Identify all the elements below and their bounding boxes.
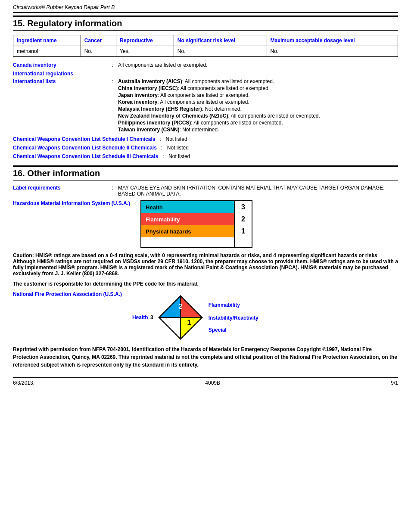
- intl-lists-colon: :: [112, 78, 118, 134]
- intl-list-item-2: Japan inventory: All components are list…: [118, 92, 398, 98]
- chem-weapons-2-value: Not listed: [167, 145, 398, 151]
- nfpa-label: National Fire Protection Association (U.…: [13, 291, 126, 297]
- col-header-cancer: Cancer: [81, 35, 116, 46]
- svg-text:1: 1: [187, 319, 191, 326]
- hmis-health-value: 3: [234, 201, 252, 213]
- canada-inventory-colon: :: [112, 62, 118, 68]
- footer-code: 4009B: [205, 380, 220, 386]
- nfpa-row: National Fire Protection Association (U.…: [13, 291, 398, 341]
- hmis-physical-label: Physical hazards: [141, 225, 234, 237]
- intl-lists-row: International lists : Australia inventor…: [13, 78, 398, 134]
- col-header-reproductive: Reproductive: [116, 35, 174, 46]
- chem-weapons-1-colon: :: [160, 136, 166, 142]
- intl-list-item-4: Malaysia Inventory (EHS Register): Not d…: [118, 106, 398, 112]
- canada-inventory-label: Canada inventory: [13, 62, 112, 68]
- intl-list-item-6: Philippines inventory (PICCS): All compo…: [118, 120, 398, 126]
- intl-lists-value: Australia inventory (AICS): All componen…: [118, 78, 398, 134]
- col-header-ingredient: Ingredient name: [13, 35, 81, 46]
- intl-list-item-3: Korea inventory: All components are list…: [118, 99, 398, 105]
- hmis-value: Health 3 Flammability 2 Physical hazards…: [140, 200, 398, 248]
- chem-weapons-2-colon: :: [161, 145, 167, 151]
- hmis-empty-row: [141, 237, 252, 248]
- hmis-flammability-value: 2: [234, 213, 252, 225]
- intl-list-item-7: Taiwan inventory (CSNN): Not determined.: [118, 127, 398, 133]
- cell-cancer: No.: [81, 46, 116, 57]
- svg-text:3: 3: [170, 319, 174, 326]
- cell-ingredient: methanol: [13, 46, 81, 57]
- hmis-health-row: Health 3: [141, 201, 252, 213]
- hmis-label: Hazardous Material Information System (U…: [13, 200, 134, 206]
- hmis-table: Health 3 Flammability 2 Physical hazards…: [140, 200, 252, 248]
- label-req-row: Label requirements : MAY CAUSE EYE AND S…: [13, 185, 398, 197]
- hmis-physical-row: Physical hazards 1: [141, 225, 252, 237]
- hmis-health-label: Health: [141, 201, 234, 213]
- hmis-colon: :: [134, 200, 140, 206]
- col-header-no-risk: No significant risk level: [174, 35, 267, 46]
- intl-list-item-0: Australia inventory (AICS): All componen…: [118, 78, 398, 84]
- nfpa-health-left-label: Health 3: [132, 314, 153, 320]
- section-15-header: 15. Regulatory information: [13, 16, 398, 31]
- cell-reproductive: Yes.: [116, 46, 174, 57]
- reprinted-text: Reprinted with permission from NFPA 704-…: [13, 345, 398, 369]
- nfpa-right-labels: Flammability Instability/Reactivity Spec…: [209, 302, 258, 333]
- hmis-flammability-row: Flammability 2: [141, 213, 252, 225]
- hmis-empty-number: [234, 237, 252, 248]
- doc-title: Circuitworks® Rubber Keypad Repair Part …: [13, 4, 398, 13]
- regulatory-table: Ingredient name Cancer Reproductive No s…: [13, 35, 398, 57]
- hmis-flammability-label: Flammability: [141, 213, 234, 225]
- chem-weapons-2-row: Chemical Weapons Convention List Schedul…: [13, 145, 398, 151]
- nfpa-instability-label: Instability/Reactivity: [209, 315, 258, 321]
- nfpa-value: Health 3 2 1: [132, 291, 398, 341]
- chem-weapons-1-row: Chemical Weapons Convention List Schedul…: [13, 136, 398, 142]
- nfpa-colon: :: [126, 291, 132, 297]
- chem-weapons-3-label: Chemical Weapons Convention List Schedul…: [13, 153, 162, 159]
- hmis-row: Hazardous Material Information System (U…: [13, 200, 398, 248]
- hmis-empty-cell: [141, 237, 234, 248]
- ppe-text: The customer is responsible for determin…: [13, 281, 398, 287]
- table-row: methanol No. Yes. No. No.: [13, 46, 398, 57]
- intl-list-item-5: New Zealand Inventory of Chemicals (NZIo…: [118, 113, 398, 119]
- chem-weapons-3-row: Chemical Weapons Convention List Schedul…: [13, 153, 398, 159]
- label-req-label: Label requirements: [13, 185, 112, 197]
- footer-page: 9/1: [391, 380, 398, 386]
- nfpa-diamond-svg: 2 1 3: [157, 294, 204, 341]
- chem-weapons-3-colon: :: [162, 153, 168, 159]
- caution-text: Caution: HMIS® ratings are based on a 0-…: [13, 252, 398, 277]
- footer: 6/3/2013. 4009B 9/1: [13, 377, 398, 386]
- footer-date: 6/3/2013.: [13, 380, 34, 386]
- intl-regulations-heading: International regulations: [13, 71, 398, 77]
- chem-weapons-2-label: Chemical Weapons Convention List Schedul…: [13, 145, 161, 151]
- page: Circuitworks® Rubber Keypad Repair Part …: [0, 0, 411, 532]
- nfpa-flammability-label: Flammability: [209, 302, 258, 308]
- chem-weapons-1-value: Not listed: [166, 136, 398, 142]
- label-req-value: MAY CAUSE EYE AND SKIN IRRITATION. CONTA…: [118, 185, 398, 197]
- chem-weapons-1-label: Chemical Weapons Convention List Schedul…: [13, 136, 160, 142]
- nfpa-special-label: Special: [209, 327, 258, 333]
- section-16-header: 16. Other information: [13, 165, 398, 180]
- canada-inventory-value: All components are listed or exempted.: [118, 62, 398, 68]
- col-header-max-dosage: Maximum acceptable dosage level: [267, 35, 398, 46]
- hmis-physical-value: 1: [234, 225, 252, 237]
- intl-list-item-1: China inventory (IECSC): All components …: [118, 85, 398, 91]
- canada-inventory-row: Canada inventory : All components are li…: [13, 62, 398, 68]
- cell-max-dosage: No.: [267, 46, 398, 57]
- nfpa-diamond-area: Health 3 2 1: [132, 294, 398, 341]
- label-req-colon: :: [112, 185, 118, 197]
- svg-text:2: 2: [178, 303, 182, 310]
- intl-lists-label: International lists: [13, 78, 112, 134]
- chem-weapons-3-value: Not listed: [168, 153, 398, 159]
- cell-no-risk: No.: [174, 46, 267, 57]
